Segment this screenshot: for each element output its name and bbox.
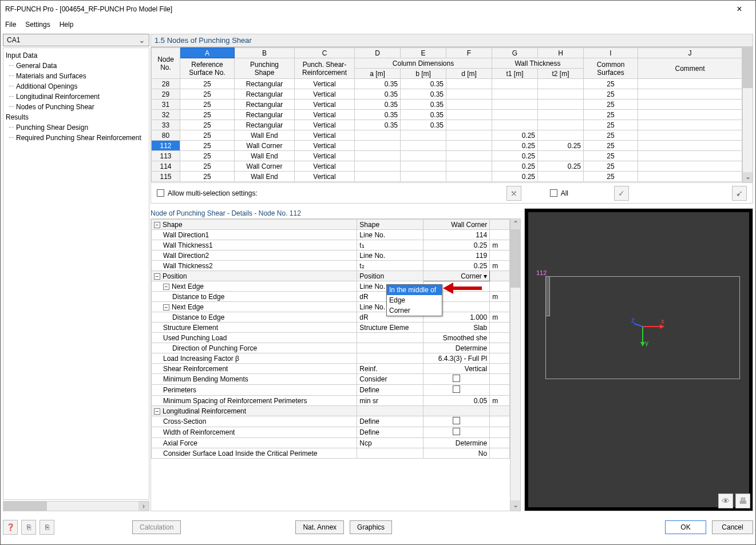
cell[interactable] xyxy=(638,120,742,130)
cell[interactable]: 0.35 xyxy=(355,120,401,130)
detail-row[interactable]: Load Increasing Factor β6.4.3(3) - Full … xyxy=(152,353,510,364)
tree-nodes[interactable]: Nodes of Punching Shear xyxy=(3,102,149,112)
cell[interactable]: 25 xyxy=(180,79,235,89)
nat-annex-button[interactable]: Nat. Annex xyxy=(295,520,344,534)
cell[interactable]: 25 xyxy=(584,89,638,100)
dropdown-opt-edge[interactable]: Edge xyxy=(387,295,442,305)
cancel-button[interactable]: Cancel xyxy=(712,520,753,534)
table-row[interactable]: 3325RectangularVertical0.350.3525 xyxy=(152,120,742,130)
detail-row[interactable]: Distance to EdgedRm xyxy=(152,292,510,302)
cell[interactable]: 25 xyxy=(584,110,638,120)
multisel-check[interactable]: Allow multi-selection settings: xyxy=(157,189,258,197)
cell[interactable]: 25 xyxy=(180,151,235,161)
cell[interactable] xyxy=(538,120,584,130)
cell[interactable]: 0.25 xyxy=(492,130,538,141)
cell[interactable]: 31 xyxy=(152,100,180,110)
cell[interactable] xyxy=(355,161,401,172)
cell[interactable] xyxy=(492,89,538,100)
cell[interactable]: 0.35 xyxy=(401,79,446,89)
pick-icon[interactable]: ⤧ xyxy=(506,186,521,201)
cell[interactable] xyxy=(446,120,492,130)
cell[interactable] xyxy=(401,141,446,151)
cell[interactable]: Vertical xyxy=(295,130,355,141)
graphics-button[interactable]: Graphics xyxy=(350,520,392,534)
detail-row[interactable]: Minimum Bending MomentsConsider xyxy=(152,374,510,385)
grid-vscroll[interactable]: ⌄ xyxy=(742,47,753,182)
detail-row[interactable]: −PositionPositionCorner ▾ xyxy=(152,271,510,281)
cursor-icon[interactable]: ➹ xyxy=(732,186,747,201)
table-row[interactable]: 3225RectangularVertical0.350.3525 xyxy=(152,110,742,120)
cell[interactable] xyxy=(446,100,492,110)
cell[interactable] xyxy=(638,151,742,161)
3d-viewport[interactable]: 112 x y z 👁 🖶 xyxy=(524,208,753,511)
cell[interactable] xyxy=(355,172,401,182)
cell[interactable]: 25 xyxy=(180,100,235,110)
cell[interactable] xyxy=(538,79,584,89)
cell[interactable] xyxy=(446,89,492,100)
cell[interactable]: Rectangular xyxy=(235,110,295,120)
detail-row[interactable]: Direction of Punching ForceDetermine xyxy=(152,343,510,353)
cell[interactable]: 0.35 xyxy=(355,100,401,110)
table-row[interactable]: 2925RectangularVertical0.350.3525 xyxy=(152,89,742,100)
table-row[interactable]: 8025Wall EndVertical0.2525 xyxy=(152,130,742,141)
eye-icon[interactable]: 👁 xyxy=(718,494,733,508)
cell[interactable]: 28 xyxy=(152,79,180,89)
cell[interactable]: 25 xyxy=(584,100,638,110)
cell[interactable] xyxy=(446,172,492,182)
tree-required[interactable]: Required Punching Shear Reinforcement xyxy=(3,133,149,143)
cell[interactable] xyxy=(538,130,584,141)
detail-row[interactable]: Wall Thickness1t₁0.25m xyxy=(152,240,510,250)
print-icon[interactable]: 🖶 xyxy=(735,494,750,508)
col-G[interactable]: G xyxy=(492,48,538,58)
position-dropdown[interactable]: In the middle of Edge Corner xyxy=(386,284,442,316)
cell[interactable]: Wall End xyxy=(235,130,295,141)
col-C[interactable]: C xyxy=(295,48,355,58)
table-row[interactable]: 3125RectangularVertical0.350.3525 xyxy=(152,100,742,110)
cell[interactable]: 0.25 xyxy=(492,161,538,172)
detail-row[interactable]: Cross-SectionDefine xyxy=(152,416,510,427)
cell[interactable]: Vertical xyxy=(295,151,355,161)
cell[interactable]: Wall End xyxy=(235,151,295,161)
cell[interactable]: 25 xyxy=(584,161,638,172)
tree-materials[interactable]: Materials and Surfaces xyxy=(3,71,149,81)
cell[interactable] xyxy=(401,172,446,182)
close-button[interactable]: × xyxy=(728,4,751,14)
cell[interactable]: Rectangular xyxy=(235,120,295,130)
cell[interactable]: 114 xyxy=(152,161,180,172)
ok-button[interactable]: OK xyxy=(665,520,706,534)
cell[interactable] xyxy=(538,100,584,110)
cell[interactable]: 112 xyxy=(152,141,180,151)
cell[interactable]: Vertical xyxy=(295,89,355,100)
cell[interactable] xyxy=(446,161,492,172)
cell[interactable]: 25 xyxy=(180,110,235,120)
detail-row[interactable]: Wall Direction2Line No.119 xyxy=(152,250,510,261)
cell[interactable] xyxy=(355,151,401,161)
cell[interactable] xyxy=(446,130,492,141)
cell[interactable]: 25 xyxy=(180,89,235,100)
cell[interactable]: Vertical xyxy=(295,100,355,110)
detail-row[interactable]: −Next EdgeLine No. xyxy=(152,302,510,312)
all-check[interactable]: All xyxy=(550,189,568,197)
tree-general-data[interactable]: General Data xyxy=(3,61,149,71)
cell[interactable]: Vertical xyxy=(295,161,355,172)
cell[interactable] xyxy=(401,161,446,172)
cell[interactable] xyxy=(355,141,401,151)
cell[interactable] xyxy=(638,161,742,172)
detail-row[interactable]: Distance to EdgedR1.000m xyxy=(152,312,510,323)
cell[interactable]: Rectangular xyxy=(235,79,295,89)
cell[interactable]: Vertical xyxy=(295,120,355,130)
cell[interactable]: 25 xyxy=(584,79,638,89)
cell[interactable]: 0.25 xyxy=(538,141,584,151)
col-E[interactable]: E xyxy=(401,48,446,58)
export1-icon[interactable]: ⎘ xyxy=(21,520,36,535)
cell[interactable] xyxy=(492,100,538,110)
dropdown-opt-middle[interactable]: In the middle of xyxy=(387,285,442,295)
cell[interactable]: 25 xyxy=(584,141,638,151)
table-row[interactable]: 11425Wall CornerVertical0.250.2525 xyxy=(152,161,742,172)
col-D[interactable]: D xyxy=(355,48,401,58)
col-B[interactable]: B xyxy=(235,48,295,58)
cell[interactable] xyxy=(446,151,492,161)
cell[interactable]: 25 xyxy=(180,161,235,172)
cell[interactable] xyxy=(638,141,742,151)
dropdown-opt-corner[interactable]: Corner xyxy=(387,305,442,316)
